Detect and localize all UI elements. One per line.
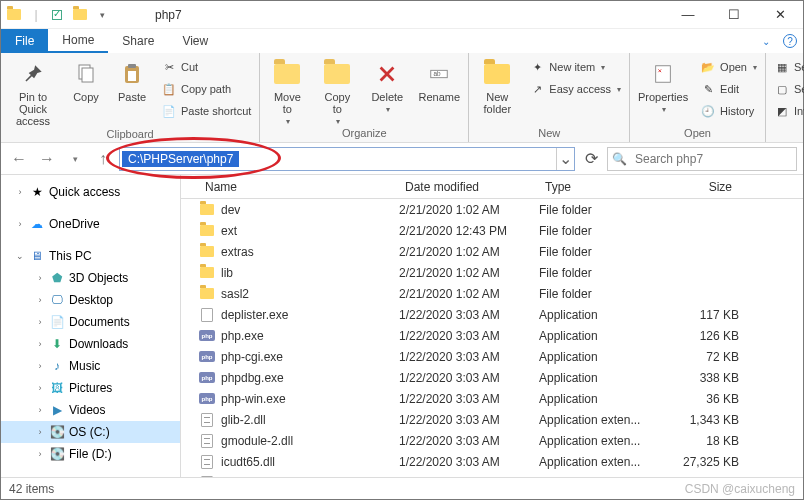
address-dropdown-icon[interactable]: ⌄ [556, 148, 574, 170]
copy-to-button[interactable]: Copy to▾ [314, 55, 360, 126]
address-bar-row: ← → ▾ ↑ C:\PHPServer\php7 ⌄ ⟳ 🔍 [1, 143, 803, 175]
history-button[interactable]: 🕘History [696, 101, 761, 121]
up-button[interactable]: ↑ [91, 147, 115, 171]
properties-button[interactable]: Properties▾ [634, 55, 692, 114]
file-row[interactable]: icudt65.dll1/22/2020 3:03 AMApplication … [181, 451, 803, 472]
file-row[interactable]: deplister.exe1/22/2020 3:03 AMApplicatio… [181, 304, 803, 325]
pictures-icon: 🖼 [49, 380, 65, 396]
minimize-button[interactable]: — [665, 1, 711, 29]
file-row[interactable]: extras2/21/2020 1:02 AMFile folder [181, 241, 803, 262]
file-size: 18 KB [659, 434, 739, 448]
rename-button[interactable]: ab Rename [414, 55, 464, 103]
qat-customize-icon[interactable]: ▾ [93, 6, 111, 24]
select-none-button[interactable]: ▢Select none [770, 79, 804, 99]
tree-onedrive[interactable]: ›☁OneDrive [1, 213, 180, 235]
paste-button[interactable]: Paste [111, 55, 153, 103]
maximize-button[interactable]: ☐ [711, 1, 757, 29]
tree-pictures[interactable]: ›🖼Pictures [1, 377, 180, 399]
tree-this-pc[interactable]: ⌄🖥This PC [1, 245, 180, 267]
address-bar[interactable]: C:\PHPServer\php7 ⌄ [119, 147, 575, 171]
content-area: ›★Quick access ›☁OneDrive ⌄🖥This PC ›⬟3D… [1, 175, 803, 477]
tree-os-c[interactable]: ›💽OS (C:) [1, 421, 180, 443]
tab-view[interactable]: View [168, 29, 222, 53]
file-name: deplister.exe [221, 308, 288, 322]
status-bar: 42 items CSDN @caixucheng [1, 477, 803, 499]
paste-icon [117, 59, 147, 89]
file-row[interactable]: phpphpdbg.exe1/22/2020 3:03 AMApplicatio… [181, 367, 803, 388]
paste-shortcut-icon: 📄 [161, 103, 177, 119]
col-type[interactable]: Type [539, 180, 659, 194]
file-row[interactable]: phpphp-win.exe1/22/2020 3:03 AMApplicati… [181, 388, 803, 409]
svg-text:ab: ab [434, 70, 442, 77]
tree-file-d[interactable]: ›💽File (D:) [1, 443, 180, 465]
file-size: 72 KB [659, 350, 739, 364]
file-name: php.exe [221, 329, 264, 343]
move-to-button[interactable]: Move to▾ [264, 55, 310, 126]
cut-button[interactable]: ✂Cut [157, 57, 255, 77]
file-name: dev [221, 203, 240, 217]
file-name: php-cgi.exe [221, 350, 283, 364]
file-row[interactable]: phpphp-cgi.exe1/22/2020 3:03 AMApplicati… [181, 346, 803, 367]
tree-quick-access[interactable]: ›★Quick access [1, 181, 180, 203]
file-rows[interactable]: dev2/21/2020 1:02 AMFile folderext2/21/2… [181, 199, 803, 477]
pin-quick-access-button[interactable]: Pin to Quick access [5, 55, 61, 127]
paste-shortcut-button[interactable]: 📄Paste shortcut [157, 101, 255, 121]
help-icon[interactable]: ? [783, 34, 797, 48]
open-button[interactable]: 📂Open▾ [696, 57, 761, 77]
select-all-button[interactable]: ▦Select all [770, 57, 804, 77]
recent-button[interactable]: ▾ [63, 147, 87, 171]
invert-selection-button[interactable]: ◩Invert selection [770, 101, 804, 121]
tree-downloads[interactable]: ›⬇Downloads [1, 333, 180, 355]
tree-music[interactable]: ›♪Music [1, 355, 180, 377]
file-row[interactable]: dev2/21/2020 1:02 AMFile folder [181, 199, 803, 220]
new-item-button[interactable]: ✦New item▾ [525, 57, 625, 77]
file-row[interactable]: sasl22/21/2020 1:02 AMFile folder [181, 283, 803, 304]
ribbon: Pin to Quick access Copy Paste ✂Cut 📋Cop… [1, 53, 803, 143]
tab-share[interactable]: Share [108, 29, 168, 53]
tree-documents[interactable]: ›📄Documents [1, 311, 180, 333]
file-type: Application exten... [539, 413, 659, 427]
file-row[interactable]: lib2/21/2020 1:02 AMFile folder [181, 262, 803, 283]
search-box[interactable]: 🔍 [607, 147, 797, 171]
search-input[interactable] [633, 151, 792, 167]
back-button[interactable]: ← [7, 147, 31, 171]
quick-access-toolbar: | ▾ [1, 6, 115, 24]
col-name[interactable]: Name [199, 180, 399, 194]
col-size[interactable]: Size [659, 180, 739, 194]
file-row[interactable]: glib-2.dll1/22/2020 3:03 AMApplication e… [181, 409, 803, 430]
close-button[interactable]: ✕ [757, 1, 803, 29]
forward-button[interactable]: → [35, 147, 59, 171]
help-caret-icon[interactable]: ⌄ [757, 32, 775, 50]
address-text[interactable]: C:\PHPServer\php7 [122, 151, 239, 167]
delete-button[interactable]: Delete▾ [364, 55, 410, 114]
file-date: 1/22/2020 3:03 AM [399, 308, 539, 322]
file-name: glib-2.dll [221, 413, 266, 427]
file-row[interactable]: phpphp.exe1/22/2020 3:03 AMApplication12… [181, 325, 803, 346]
drive-icon: 💽 [49, 424, 65, 440]
file-type: File folder [539, 203, 659, 217]
navigation-pane[interactable]: ›★Quick access ›☁OneDrive ⌄🖥This PC ›⬟3D… [1, 175, 181, 477]
copy-path-button[interactable]: 📋Copy path [157, 79, 255, 99]
easy-access-button[interactable]: ↗Easy access▾ [525, 79, 625, 99]
tree-videos[interactable]: ›▶Videos [1, 399, 180, 421]
qat-new-folder-icon[interactable] [71, 6, 89, 24]
copy-button[interactable]: Copy [65, 55, 107, 103]
file-row[interactable]: ext2/21/2020 12:43 PMFile folder [181, 220, 803, 241]
edit-icon: ✎ [700, 81, 716, 97]
easy-access-icon: ↗ [529, 81, 545, 97]
new-folder-button[interactable]: New folder [473, 55, 521, 115]
refresh-button[interactable]: ⟳ [579, 147, 603, 171]
tree-desktop[interactable]: ›🖵Desktop [1, 289, 180, 311]
tree-3d-objects[interactable]: ›⬟3D Objects [1, 267, 180, 289]
file-date: 2/21/2020 1:02 AM [399, 287, 539, 301]
qat-properties-icon[interactable] [49, 6, 67, 24]
col-date[interactable]: Date modified [399, 180, 539, 194]
file-type: Application exten... [539, 434, 659, 448]
file-icon [199, 244, 215, 260]
file-name: gmodule-2.dll [221, 434, 293, 448]
file-row[interactable]: gmodule-2.dll1/22/2020 3:03 AMApplicatio… [181, 430, 803, 451]
tab-file[interactable]: File [1, 29, 48, 53]
file-type: File folder [539, 245, 659, 259]
edit-button[interactable]: ✎Edit [696, 79, 761, 99]
tab-home[interactable]: Home [48, 29, 108, 53]
